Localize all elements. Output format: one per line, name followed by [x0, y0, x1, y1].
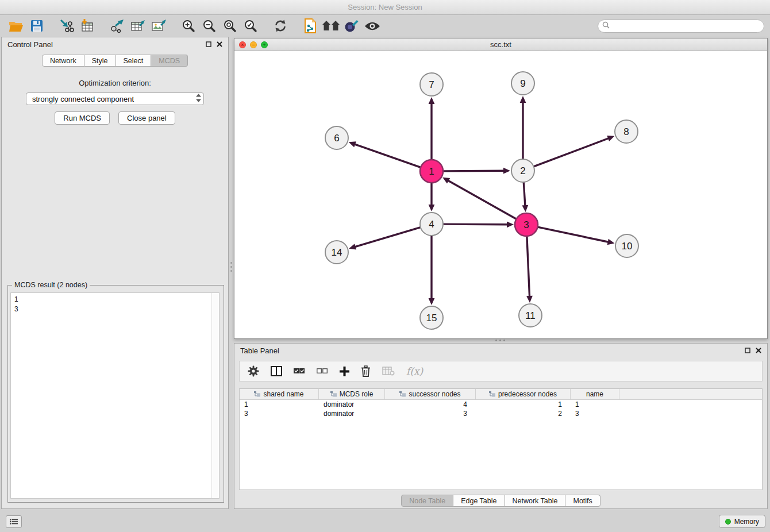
zoom-in-icon[interactable]: [178, 17, 199, 35]
graph-node-label: 4: [429, 219, 434, 230]
memory-button[interactable]: Memory: [719, 515, 765, 528]
refresh-icon[interactable]: [270, 17, 291, 35]
close-panel-button[interactable]: Close panel: [118, 111, 175, 125]
graph-edge[interactable]: [443, 224, 507, 225]
tab-mcds[interactable]: MCDS: [151, 55, 188, 67]
graph-node[interactable]: 10: [615, 234, 638, 257]
style-preview-icon[interactable]: [341, 17, 362, 35]
float-panel-icon[interactable]: [206, 40, 211, 49]
network-window-titlebar[interactable]: × − + scc.txt: [234, 38, 767, 51]
close-table-panel-icon[interactable]: [756, 346, 761, 355]
table-settings-gear-icon[interactable]: [248, 365, 259, 377]
close-window-icon[interactable]: ×: [239, 41, 246, 48]
delete-column-icon[interactable]: [361, 365, 371, 377]
cell-shared-name[interactable]: 3: [240, 409, 319, 418]
column-header-mcds-role[interactable]: MCDS role: [319, 389, 385, 399]
show-columns-icon[interactable]: [271, 366, 282, 376]
cell-name[interactable]: 3: [571, 409, 619, 418]
column-type-icon: [330, 391, 337, 397]
column-header-predecessor-nodes[interactable]: predecessor nodes: [476, 389, 571, 399]
network-file-icon[interactable]: [300, 17, 321, 35]
cell-mcds-role[interactable]: dominator: [319, 400, 385, 409]
window-titlebar[interactable]: Session: New Session: [0, 0, 770, 15]
home-icon[interactable]: [321, 17, 341, 35]
tab-edge-table[interactable]: Edge Table: [453, 495, 505, 507]
result-scrollbar[interactable]: [211, 293, 219, 498]
cell-mcds-role[interactable]: dominator: [319, 409, 385, 418]
import-table-icon[interactable]: [77, 17, 98, 35]
graph-edge-arrowhead: [429, 298, 435, 305]
table-row[interactable]: 1 dominator 4 1 1: [240, 400, 762, 409]
cell-predecessor-nodes[interactable]: 2: [476, 409, 571, 418]
maximize-window-icon[interactable]: +: [261, 41, 268, 48]
graph-edge[interactable]: [355, 144, 421, 167]
search-box[interactable]: [598, 20, 764, 33]
add-column-icon[interactable]: [340, 367, 349, 376]
deselect-all-rows-icon[interactable]: [317, 367, 328, 375]
graph-node[interactable]: 15: [420, 306, 443, 329]
tab-node-table[interactable]: Node Table: [401, 495, 453, 507]
control-panel-tabs: Network Style Select MCDS: [2, 55, 228, 67]
save-session-icon[interactable]: [26, 17, 47, 35]
minimize-window-icon[interactable]: −: [250, 41, 257, 48]
task-history-button[interactable]: [6, 515, 22, 528]
graph-node-label: 9: [520, 78, 525, 89]
graph-node[interactable]: 6: [325, 126, 348, 149]
graph-edge-arrowhead: [429, 97, 435, 104]
zoom-out-icon[interactable]: [199, 17, 220, 35]
graph-node[interactable]: 3: [515, 213, 538, 236]
graph-edge[interactable]: [538, 227, 608, 242]
graph-edge[interactable]: [449, 181, 517, 219]
graph-node[interactable]: 7: [420, 73, 443, 96]
tab-network-table[interactable]: Network Table: [505, 495, 566, 507]
graph-edge[interactable]: [443, 171, 503, 171]
open-session-icon[interactable]: [6, 17, 26, 35]
tab-select[interactable]: Select: [116, 55, 152, 67]
column-header-successor-nodes[interactable]: successor nodes: [385, 389, 476, 399]
graph-node[interactable]: 4: [420, 213, 443, 236]
cell-successor-nodes[interactable]: 3: [385, 409, 476, 418]
export-image-icon[interactable]: [148, 17, 169, 35]
zoom-fit-icon[interactable]: [220, 17, 240, 35]
graph-node[interactable]: 14: [325, 241, 348, 264]
tab-network[interactable]: Network: [42, 55, 84, 67]
vertical-splitter[interactable]: [229, 37, 234, 509]
horizontal-splitter[interactable]: [495, 340, 505, 341]
export-table-icon[interactable]: [128, 17, 148, 35]
graph-node[interactable]: 9: [511, 72, 534, 95]
cell-shared-name[interactable]: 1: [240, 400, 319, 409]
table-header-row: shared name MCDS role successor nodes pr…: [240, 389, 762, 400]
graph-node[interactable]: 8: [615, 120, 638, 143]
graph-node[interactable]: 1: [420, 160, 443, 183]
graph-edge[interactable]: [534, 138, 608, 167]
column-header-shared-name[interactable]: shared name: [240, 389, 319, 399]
cell-predecessor-nodes[interactable]: 1: [476, 400, 571, 409]
graph-edge[interactable]: [523, 182, 525, 205]
select-all-rows-icon[interactable]: [294, 367, 305, 375]
cell-name[interactable]: 1: [571, 400, 619, 409]
import-network-icon[interactable]: [56, 17, 77, 35]
close-panel-icon[interactable]: [217, 40, 222, 49]
run-mcds-button[interactable]: Run MCDS: [55, 111, 110, 125]
mcds-result-text[interactable]: 1 3: [10, 292, 220, 499]
graph-edge-arrowhead: [520, 96, 526, 103]
result-line: 1: [14, 295, 215, 304]
column-header-name[interactable]: name: [571, 389, 619, 399]
network-canvas[interactable]: 7968124310141511: [234, 52, 767, 338]
graph-edge-arrowhead: [607, 239, 615, 245]
graph-edge[interactable]: [527, 236, 530, 296]
tab-motifs[interactable]: Motifs: [565, 495, 600, 507]
graph-node[interactable]: 2: [511, 159, 534, 182]
graph-edge[interactable]: [356, 228, 421, 247]
graph-node-label: 7: [429, 79, 434, 90]
graph-node[interactable]: 11: [519, 304, 542, 327]
search-input[interactable]: [613, 22, 760, 30]
show-hide-icon[interactable]: [362, 17, 383, 35]
cell-successor-nodes[interactable]: 4: [385, 400, 476, 409]
criterion-dropdown[interactable]: strongly connected component: [26, 92, 204, 105]
tab-style[interactable]: Style: [84, 55, 116, 67]
float-table-panel-icon[interactable]: [745, 346, 750, 355]
zoom-selected-icon[interactable]: [240, 17, 261, 35]
export-network-icon[interactable]: [107, 17, 128, 35]
table-row[interactable]: 3 dominator 3 2 3: [240, 409, 762, 418]
